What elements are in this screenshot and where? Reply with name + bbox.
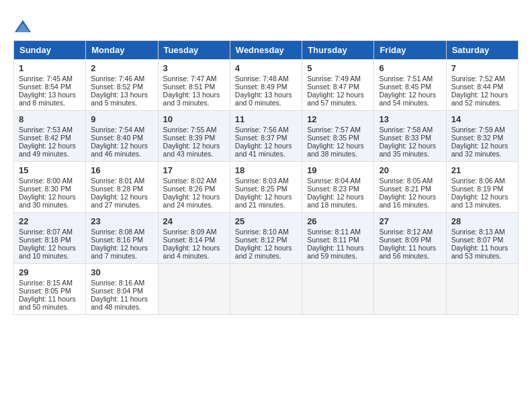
day-info-line: Daylight: 12 hours bbox=[307, 142, 369, 150]
calendar-cell: 20Sunrise: 8:05 AMSunset: 8:21 PMDayligh… bbox=[374, 162, 446, 213]
day-info-line: Daylight: 13 hours bbox=[91, 91, 152, 99]
day-info-line: and 57 minutes. bbox=[307, 99, 369, 107]
day-info-line: Sunset: 8:39 PM bbox=[163, 134, 225, 142]
day-number: 29 bbox=[19, 267, 81, 277]
day-info-line: Daylight: 12 hours bbox=[235, 244, 297, 252]
day-info-line: and 30 minutes. bbox=[19, 201, 81, 209]
calendar-cell: 7Sunrise: 7:52 AMSunset: 8:44 PMDaylight… bbox=[446, 60, 518, 111]
calendar-cell bbox=[158, 264, 230, 315]
day-info-line: and 7 minutes. bbox=[91, 252, 152, 260]
day-info-line: Daylight: 12 hours bbox=[91, 244, 152, 252]
day-number: 5 bbox=[307, 63, 369, 73]
calendar-cell: 18Sunrise: 8:03 AMSunset: 8:25 PMDayligh… bbox=[230, 162, 302, 213]
day-info-line: Daylight: 12 hours bbox=[307, 91, 369, 99]
calendar-cell: 9Sunrise: 7:54 AMSunset: 8:40 PMDaylight… bbox=[86, 111, 158, 162]
logo-icon bbox=[13, 19, 32, 35]
day-info-line: Daylight: 11 hours bbox=[91, 295, 152, 303]
calendar-cell: 25Sunrise: 8:10 AMSunset: 8:12 PMDayligh… bbox=[230, 213, 302, 264]
day-info-line: Sunset: 8:51 PM bbox=[163, 83, 225, 91]
day-info-line: Sunset: 8:11 PM bbox=[307, 236, 369, 244]
calendar-cell: 16Sunrise: 8:01 AMSunset: 8:28 PMDayligh… bbox=[86, 162, 158, 213]
day-info-line: Daylight: 12 hours bbox=[379, 91, 441, 99]
calendar-cell: 22Sunrise: 8:07 AMSunset: 8:18 PMDayligh… bbox=[14, 213, 86, 264]
day-number: 20 bbox=[379, 165, 441, 175]
day-number: 9 bbox=[91, 114, 152, 124]
day-info-line: and 0 minutes. bbox=[235, 99, 297, 107]
day-number: 30 bbox=[91, 267, 152, 277]
day-info-line: Sunset: 8:18 PM bbox=[19, 236, 81, 244]
day-info-line: Sunset: 8:26 PM bbox=[163, 185, 225, 193]
calendar-header-thursday: Thursday bbox=[302, 41, 374, 60]
day-info-line: and 10 minutes. bbox=[19, 252, 81, 260]
day-info-line: Sunset: 8:16 PM bbox=[91, 236, 152, 244]
day-number: 25 bbox=[235, 216, 297, 226]
day-info-line: Daylight: 12 hours bbox=[163, 244, 225, 252]
day-info-line: Sunrise: 8:05 AM bbox=[379, 177, 441, 185]
calendar-cell: 28Sunrise: 8:13 AMSunset: 8:07 PMDayligh… bbox=[446, 213, 518, 264]
calendar-header-monday: Monday bbox=[86, 41, 158, 60]
day-info-line: Daylight: 12 hours bbox=[451, 142, 513, 150]
calendar-week-row: 1Sunrise: 7:45 AMSunset: 8:54 PMDaylight… bbox=[14, 60, 519, 111]
day-info-line: Sunset: 8:25 PM bbox=[235, 185, 297, 193]
calendar-header-friday: Friday bbox=[374, 41, 446, 60]
calendar-cell: 5Sunrise: 7:49 AMSunset: 8:47 PMDaylight… bbox=[302, 60, 374, 111]
day-info-line: and 8 minutes. bbox=[19, 99, 81, 107]
day-info-line: Sunrise: 8:11 AM bbox=[307, 228, 369, 236]
calendar-cell bbox=[374, 264, 446, 315]
day-number: 27 bbox=[379, 216, 441, 226]
day-number: 2 bbox=[91, 63, 152, 73]
day-info-line: Sunset: 8:33 PM bbox=[379, 134, 441, 142]
day-info-line: and 53 minutes. bbox=[451, 252, 513, 260]
day-info-line: Daylight: 13 hours bbox=[163, 91, 225, 99]
day-info-line: Sunrise: 7:48 AM bbox=[235, 75, 297, 83]
day-number: 4 bbox=[235, 63, 297, 73]
day-info-line: Daylight: 12 hours bbox=[379, 193, 441, 201]
day-info-line: Sunrise: 7:46 AM bbox=[91, 75, 152, 83]
day-info-line: Sunset: 8:44 PM bbox=[451, 83, 513, 91]
day-info-line: Sunrise: 7:47 AM bbox=[163, 75, 225, 83]
day-info-line: Sunrise: 8:00 AM bbox=[19, 177, 81, 185]
calendar-header-saturday: Saturday bbox=[446, 41, 518, 60]
day-info-line: Sunrise: 8:01 AM bbox=[91, 177, 152, 185]
day-info-line: Sunset: 8:23 PM bbox=[307, 185, 369, 193]
day-info-line: Daylight: 12 hours bbox=[19, 142, 81, 150]
day-info-line: and 4 minutes. bbox=[163, 252, 225, 260]
day-info-line: Daylight: 12 hours bbox=[91, 193, 152, 201]
day-info-line: Sunrise: 8:03 AM bbox=[235, 177, 297, 185]
day-info-line: and 2 minutes. bbox=[235, 252, 297, 260]
day-info-line: Sunset: 8:07 PM bbox=[451, 236, 513, 244]
calendar-cell: 4Sunrise: 7:48 AMSunset: 8:49 PMDaylight… bbox=[230, 60, 302, 111]
calendar-week-row: 29Sunrise: 8:15 AMSunset: 8:05 PMDayligh… bbox=[14, 264, 519, 315]
calendar-cell: 27Sunrise: 8:12 AMSunset: 8:09 PMDayligh… bbox=[374, 213, 446, 264]
day-number: 3 bbox=[163, 63, 225, 73]
day-info-line: Daylight: 12 hours bbox=[451, 91, 513, 99]
day-info-line: Sunrise: 8:04 AM bbox=[307, 177, 369, 185]
day-info-line: Sunrise: 8:02 AM bbox=[163, 177, 225, 185]
calendar-cell: 23Sunrise: 8:08 AMSunset: 8:16 PMDayligh… bbox=[86, 213, 158, 264]
day-info-line: Sunrise: 7:51 AM bbox=[379, 75, 441, 83]
day-info-line: Sunset: 8:19 PM bbox=[451, 185, 513, 193]
day-info-line: and 16 minutes. bbox=[379, 201, 441, 209]
day-info-line: and 5 minutes. bbox=[91, 99, 152, 107]
calendar-cell: 3Sunrise: 7:47 AMSunset: 8:51 PMDaylight… bbox=[158, 60, 230, 111]
day-number: 22 bbox=[19, 216, 81, 226]
day-info-line: Sunrise: 7:57 AM bbox=[307, 126, 369, 134]
day-info-line: Sunset: 8:45 PM bbox=[379, 83, 441, 91]
day-info-line: Sunrise: 8:12 AM bbox=[379, 228, 441, 236]
day-number: 19 bbox=[307, 165, 369, 175]
day-info-line: Sunset: 8:12 PM bbox=[235, 236, 297, 244]
day-info-line: Sunrise: 7:49 AM bbox=[307, 75, 369, 83]
day-info-line: and 54 minutes. bbox=[379, 99, 441, 107]
day-info-line: Daylight: 12 hours bbox=[91, 142, 152, 150]
day-info-line: Sunset: 8:52 PM bbox=[91, 83, 152, 91]
day-info-line: Sunrise: 7:53 AM bbox=[19, 126, 81, 134]
day-info-line: Sunset: 8:05 PM bbox=[19, 287, 81, 295]
day-info-line: Sunset: 8:28 PM bbox=[91, 185, 152, 193]
day-info-line: and 18 minutes. bbox=[307, 201, 369, 209]
day-number: 15 bbox=[19, 165, 81, 175]
calendar-cell: 13Sunrise: 7:58 AMSunset: 8:33 PMDayligh… bbox=[374, 111, 446, 162]
day-info-line: Sunrise: 7:59 AM bbox=[451, 126, 513, 134]
calendar-week-row: 8Sunrise: 7:53 AMSunset: 8:42 PMDaylight… bbox=[14, 111, 519, 162]
day-info-line: and 3 minutes. bbox=[163, 99, 225, 107]
day-info-line: Sunrise: 8:06 AM bbox=[451, 177, 513, 185]
